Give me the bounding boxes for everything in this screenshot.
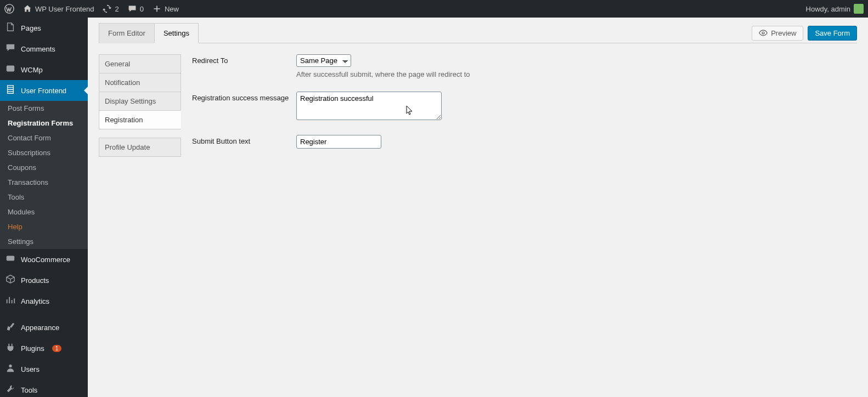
preview-label: Preview: [771, 29, 796, 37]
pages-icon: [5, 22, 15, 34]
submenu-item-modules[interactable]: Modules: [0, 205, 88, 219]
sidebar-item-products[interactable]: Products: [0, 270, 88, 291]
appearance-icon: [5, 321, 15, 333]
content-area: Form Editor Settings Preview Save Form G…: [88, 18, 868, 397]
sidebar-item-tools[interactable]: Tools: [0, 379, 88, 397]
plus-icon: [153, 4, 161, 13]
tab-form-editor[interactable]: Form Editor: [99, 23, 155, 43]
analytics-icon: [5, 295, 15, 307]
svg-rect-2: [7, 256, 14, 261]
sidebar-item-users[interactable]: Users: [0, 359, 88, 379]
submit-button-text-label: Submit Button text: [192, 135, 296, 145]
submenu-item-registration-forms[interactable]: Registration Forms: [0, 116, 88, 131]
sidebar-item-plugins[interactable]: Plugins1: [0, 338, 88, 359]
sidebar-item-label: Plugins: [21, 344, 44, 353]
sidebar-item-label: Tools: [21, 386, 37, 394]
tools-icon: [5, 384, 15, 396]
new-link[interactable]: New: [153, 4, 179, 13]
refresh-icon: [103, 4, 111, 13]
sidebar-item-woocommerce[interactable]: WooCommerce: [0, 249, 88, 270]
submenu-item-post-forms[interactable]: Post Forms: [0, 101, 88, 116]
settings-tab-general[interactable]: General: [99, 54, 181, 73]
new-label: New: [165, 5, 179, 13]
update-badge: 1: [52, 345, 62, 352]
submenu-item-tools[interactable]: Tools: [0, 190, 88, 205]
sidebar-item-comments[interactable]: Comments: [0, 38, 88, 59]
site-name: WP User Frontend: [35, 5, 94, 13]
howdy-text: Howdy, admin: [806, 5, 850, 13]
sidebar-item-user-frontend[interactable]: User Frontend: [0, 80, 88, 101]
settings-sub-tabs: GeneralNotificationDisplay SettingsRegis…: [99, 54, 181, 162]
comment-icon: [128, 4, 137, 13]
svg-rect-1: [7, 66, 14, 72]
products-icon: [5, 274, 15, 286]
woo-icon: [5, 253, 15, 265]
settings-tab-notification[interactable]: Notification: [99, 73, 181, 92]
submenu-item-coupons[interactable]: Coupons: [0, 160, 88, 175]
sidebar-item-label: Comments: [21, 45, 55, 53]
svg-point-3: [9, 365, 12, 367]
registration-settings-form: Redirect To Same Page After successfull …: [192, 54, 857, 162]
updates-count: 2: [115, 5, 119, 13]
redirect-to-label: Redirect To: [192, 54, 296, 65]
redirect-to-description: After successfull submit, where the page…: [296, 70, 857, 78]
submenu-item-settings[interactable]: Settings: [0, 234, 88, 249]
submenu-item-transactions[interactable]: Transactions: [0, 175, 88, 190]
sidebar-item-appearance[interactable]: Appearance: [0, 317, 88, 338]
submenu-item-subscriptions[interactable]: Subscriptions: [0, 145, 88, 160]
comments-link[interactable]: 0: [128, 4, 144, 13]
settings-tab-display-settings[interactable]: Display Settings: [99, 92, 181, 111]
save-form-button[interactable]: Save Form: [808, 26, 857, 41]
plugins-icon: [5, 342, 15, 354]
eye-icon: [759, 30, 768, 36]
sidebar-item-label: Pages: [21, 24, 41, 32]
form-tab-bar: Form Editor Settings Preview Save Form: [99, 23, 857, 43]
site-name-link[interactable]: WP User Frontend: [23, 4, 94, 13]
sidebar-item-label: Analytics: [21, 297, 49, 305]
sidebar-item-label: Appearance: [21, 324, 59, 332]
settings-tab-registration[interactable]: Registration: [99, 110, 181, 129]
wp-logo[interactable]: [4, 4, 14, 14]
sidebar-item-label: Users: [21, 365, 40, 373]
admin-toolbar: WP User Frontend 2 0 New Howdy, admin: [0, 0, 868, 18]
submenu-item-contact-form[interactable]: Contact Form: [0, 131, 88, 145]
howdy-link[interactable]: Howdy, admin: [806, 4, 864, 14]
updates-link[interactable]: 2: [103, 4, 119, 13]
sidebar-item-wcmp[interactable]: WCMp: [0, 59, 88, 80]
svg-point-9: [762, 32, 764, 34]
wcmp-icon: [5, 64, 15, 76]
sidebar-submenu: Post FormsRegistration FormsContact Form…: [0, 101, 88, 249]
sidebar-item-analytics[interactable]: Analytics: [0, 291, 88, 311]
comments-count: 0: [140, 5, 144, 13]
redirect-to-select[interactable]: Same Page: [296, 54, 351, 67]
settings-tab-profile-update[interactable]: Profile Update: [99, 138, 181, 157]
success-message-label: Registration success message: [192, 92, 296, 102]
admin-sidebar: PagesCommentsWCMpUser FrontendPost Forms…: [0, 18, 88, 397]
wordpress-icon: [4, 4, 14, 14]
avatar: [854, 4, 864, 14]
sidebar-item-label: User Frontend: [21, 87, 66, 95]
userfrontend-icon: [5, 84, 15, 97]
tab-settings[interactable]: Settings: [154, 23, 199, 43]
sidebar-item-label: Products: [21, 276, 49, 285]
preview-button[interactable]: Preview: [752, 26, 803, 41]
comments-icon: [5, 43, 15, 55]
success-message-textarea[interactable]: [296, 92, 442, 120]
users-icon: [5, 363, 15, 375]
sidebar-item-pages[interactable]: Pages: [0, 18, 88, 38]
submit-button-text-input[interactable]: [296, 135, 381, 149]
submenu-item-help[interactable]: Help: [0, 219, 88, 234]
sidebar-item-label: WooCommerce: [21, 256, 70, 264]
home-icon: [23, 4, 32, 13]
sidebar-item-label: WCMp: [21, 66, 43, 74]
